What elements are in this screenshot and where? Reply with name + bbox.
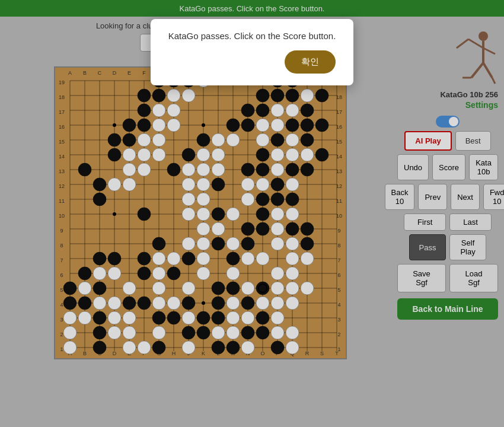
modal-message: KataGo passes. Click on the Score button… — [168, 31, 336, 41]
modal-overlay: KataGo passes. Click on the Score button… — [0, 0, 504, 427]
modal-confirm-button[interactable]: 확인 — [285, 50, 336, 74]
modal-dialog: KataGo passes. Click on the Score button… — [151, 19, 354, 85]
